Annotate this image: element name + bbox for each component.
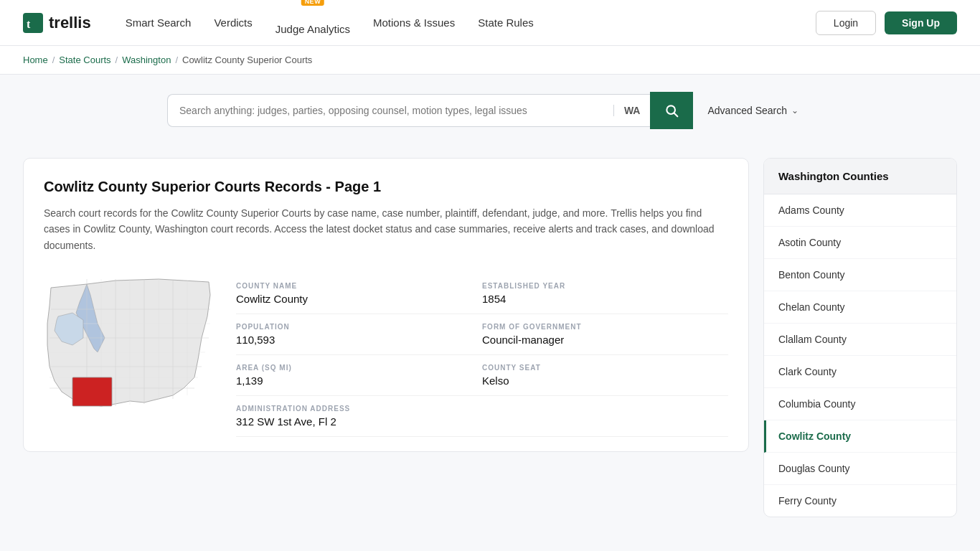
search-input[interactable] <box>168 95 613 126</box>
chevron-down-icon: ⌄ <box>791 105 798 116</box>
address-item: ADMINISTRATION ADDRESS 312 SW 1st Ave, F… <box>236 396 728 437</box>
breadcrumb-current: Cowlitz County Superior Courts <box>182 55 312 65</box>
svg-line-3 <box>674 113 678 117</box>
seat-item: COUNTY SEAT Kelso <box>482 355 728 396</box>
main-nav: Smart Search Verdicts NEW Judge Analytic… <box>126 10 534 35</box>
breadcrumb-state-courts[interactable]: State Courts <box>59 55 110 65</box>
header: t trellis Smart Search Verdicts NEW Judg… <box>0 0 980 46</box>
government-item: FORM OF GOVERNMENT Council-manager <box>482 314 728 355</box>
seat-value: Kelso <box>482 375 728 387</box>
sidebar-item-douglas-county[interactable]: Douglas County <box>764 453 956 485</box>
logo-text: trellis <box>49 14 91 32</box>
search-button[interactable] <box>650 92 693 129</box>
area-label: AREA (SQ MI) <box>236 364 482 372</box>
breadcrumb: Home / State Courts / Washington / Cowli… <box>0 46 980 75</box>
seat-label: COUNTY SEAT <box>482 364 728 372</box>
breadcrumb-sep-2: / <box>116 55 118 65</box>
sidebar-item-adams-county[interactable]: Adams County <box>764 194 956 227</box>
right-sidebar: Washington Counties Adams CountyAsotin C… <box>763 158 957 517</box>
page-title: Cowlitz County Superior Courts Records -… <box>44 179 728 195</box>
svg-text:t: t <box>27 18 31 30</box>
sidebar-header: Washington Counties <box>764 159 956 194</box>
sidebar-item-clallam-county[interactable]: Clallam County <box>764 324 956 356</box>
state-badge: WA <box>613 105 651 116</box>
address-value: 312 SW 1st Ave, Fl 2 <box>236 415 728 428</box>
sidebar-item-chelan-county[interactable]: Chelan County <box>764 291 956 324</box>
nav-judge-analytics[interactable]: NEW Judge Analytics <box>275 10 350 35</box>
established-year-label: ESTABLISHED YEAR <box>482 282 728 290</box>
breadcrumb-washington[interactable]: Washington <box>122 55 171 65</box>
county-map <box>44 273 216 419</box>
trellis-logo-icon: t <box>23 13 43 33</box>
search-icon <box>664 103 679 118</box>
area-item: AREA (SQ MI) 1,139 <box>236 355 482 396</box>
search-bar: WA Advanced Search ⌄ <box>167 92 813 129</box>
government-label: FORM OF GOVERNMENT <box>482 323 728 331</box>
main-content: Cowlitz County Superior Courts Records -… <box>0 146 980 529</box>
breadcrumb-sep-3: / <box>175 55 178 65</box>
login-button[interactable]: Login <box>816 11 876 35</box>
breadcrumb-home[interactable]: Home <box>23 55 48 65</box>
svg-rect-19 <box>72 377 112 406</box>
header-left: t trellis Smart Search Verdicts NEW Judg… <box>23 10 534 35</box>
sidebar-item-clark-county[interactable]: Clark County <box>764 356 956 388</box>
washington-map-svg <box>44 273 216 417</box>
new-badge: NEW <box>301 0 325 6</box>
government-value: Council-manager <box>482 334 728 346</box>
nav-verdicts[interactable]: Verdicts <box>214 17 252 29</box>
county-name-value: Cowlitz County <box>236 293 482 305</box>
left-panel: Cowlitz County Superior Courts Records -… <box>23 158 749 452</box>
population-item: POPULATION 110,593 <box>236 314 482 355</box>
sidebar-item-benton-county[interactable]: Benton County <box>764 259 956 291</box>
advanced-search-label: Advanced Search <box>707 105 787 116</box>
nav-smart-search[interactable]: Smart Search <box>126 17 192 29</box>
area-value: 1,139 <box>236 375 482 387</box>
established-year-value: 1854 <box>482 293 728 305</box>
advanced-search-button[interactable]: Advanced Search ⌄ <box>693 105 813 116</box>
nav-state-rules[interactable]: State Rules <box>478 17 534 29</box>
sidebar-item-asotin-county[interactable]: Asotin County <box>764 227 956 259</box>
sidebar-item-columbia-county[interactable]: Columbia County <box>764 388 956 420</box>
search-input-wrap: WA <box>167 94 650 127</box>
sidebar-item-cowlitz-county[interactable]: Cowlitz County <box>764 420 956 453</box>
search-section: WA Advanced Search ⌄ <box>0 75 980 146</box>
nav-motions-issues[interactable]: Motions & Issues <box>373 17 455 29</box>
logo[interactable]: t trellis <box>23 13 91 33</box>
sidebar-items-list: Adams CountyAsotin CountyBenton CountyCh… <box>764 194 956 517</box>
breadcrumb-sep-1: / <box>52 55 55 65</box>
population-value: 110,593 <box>236 334 482 346</box>
county-name-item: COUNTY NAME Cowlitz County <box>236 273 482 314</box>
sidebar-item-ferry-county[interactable]: Ferry County <box>764 485 956 517</box>
address-label: ADMINISTRATION ADDRESS <box>236 405 728 413</box>
signup-button[interactable]: Sign Up <box>885 11 957 34</box>
county-details-grid: COUNTY NAME Cowlitz County ESTABLISHED Y… <box>236 273 728 437</box>
header-right: Login Sign Up <box>816 11 957 35</box>
established-year-item: ESTABLISHED YEAR 1854 <box>482 273 728 314</box>
page-description: Search court records for the Cowlitz Cou… <box>44 205 728 253</box>
population-label: POPULATION <box>236 323 482 331</box>
county-name-label: COUNTY NAME <box>236 282 482 290</box>
county-info: COUNTY NAME Cowlitz County ESTABLISHED Y… <box>44 273 728 437</box>
